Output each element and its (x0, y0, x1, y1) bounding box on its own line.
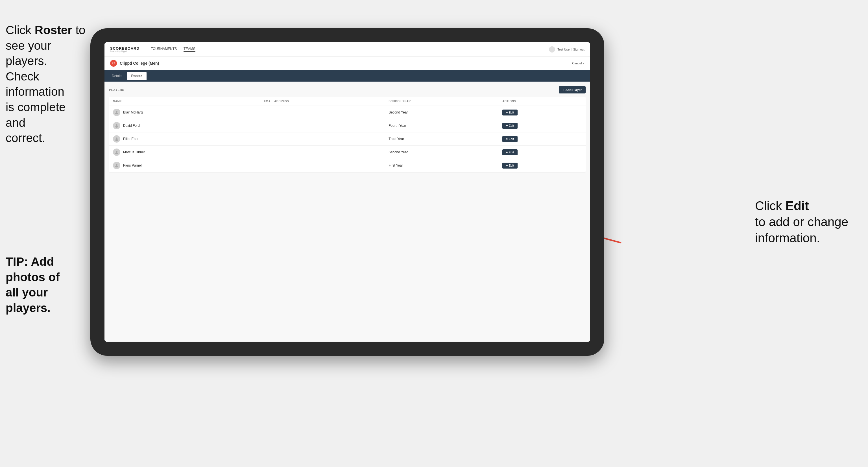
player-name: Elliot Ebert (123, 137, 140, 141)
players-label: PLAYERS (109, 88, 124, 92)
players-table: NAME EMAIL ADDRESS SCHOOL YEAR ACTIONS B… (109, 97, 586, 172)
player-avatar (113, 149, 120, 156)
player-name: Piers Parnell (123, 163, 142, 167)
svg-point-10 (116, 151, 118, 153)
player-avatar (113, 135, 120, 143)
player-school-year: Third Year (384, 132, 498, 146)
logo-sub: Powered by Clippd (110, 50, 140, 52)
player-email (260, 146, 385, 159)
edit-button[interactable]: ✏ Edit (502, 149, 518, 155)
svg-point-12 (116, 164, 118, 166)
player-actions: ✏ Edit (498, 159, 586, 172)
header-right: Test User | Sign out (549, 46, 585, 53)
content-area: PLAYERS + Add Player NAME EMAIL ADDRESS … (104, 82, 590, 342)
tablet-screen: SCOREBOARD Powered by Clippd TOURNAMENTS… (104, 42, 590, 342)
svg-point-11 (115, 153, 118, 154)
edit-button[interactable]: ✏ Edit (502, 123, 518, 129)
nav-tournaments[interactable]: TOURNAMENTS (151, 47, 177, 52)
user-text: Test User | Sign out (557, 48, 585, 51)
main-nav: TOURNAMENTS TEAMS (151, 47, 195, 52)
player-name-cell: Piers Parnell (109, 159, 260, 172)
team-logo: C (110, 60, 117, 67)
logo-area: SCOREBOARD Powered by Clippd TOURNAMENTS… (110, 46, 195, 52)
col-name: NAME (109, 97, 260, 106)
edit-button[interactable]: ✏ Edit (502, 110, 518, 116)
svg-point-6 (116, 124, 118, 126)
svg-point-4 (116, 111, 118, 113)
nav-teams[interactable]: TEAMS (184, 47, 195, 52)
logo: SCOREBOARD Powered by Clippd (110, 46, 140, 52)
edit-button[interactable]: ✏ Edit (502, 136, 518, 142)
player-name-cell: Elliot Ebert (109, 132, 260, 146)
player-name: Blair McHarg (123, 111, 143, 114)
player-avatar (113, 162, 120, 169)
player-actions: ✏ Edit (498, 119, 586, 132)
add-player-button[interactable]: + Add Player (559, 86, 586, 93)
player-school-year: Second Year (384, 106, 498, 119)
player-avatar (113, 122, 120, 129)
team-name: Clippd College (Men) (120, 61, 159, 65)
player-name-cell: David Ford (109, 119, 260, 132)
player-school-year: Fourth Year (384, 119, 498, 132)
table-row: Piers Parnell First Year ✏ Edit (109, 159, 586, 172)
edit-button[interactable]: ✏ Edit (502, 163, 518, 168)
svg-point-5 (115, 113, 118, 114)
table-row: Marcus Turner Second Year ✏ Edit (109, 146, 586, 159)
table-row: Elliot Ebert Third Year ✏ Edit (109, 132, 586, 146)
player-actions: ✏ Edit (498, 132, 586, 146)
player-actions: ✏ Edit (498, 146, 586, 159)
table-header-row: NAME EMAIL ADDRESS SCHOOL YEAR ACTIONS (109, 97, 586, 106)
svg-point-13 (115, 166, 118, 167)
table-row: Blair McHarg Second Year ✏ Edit (109, 106, 586, 119)
player-email (260, 119, 385, 132)
tab-details[interactable]: Details (107, 72, 127, 80)
player-school-year: First Year (384, 159, 498, 172)
instruction-right: Click Edit to add or change information. (755, 198, 862, 246)
svg-point-9 (115, 139, 118, 141)
tablet-frame: SCOREBOARD Powered by Clippd TOURNAMENTS… (90, 28, 604, 356)
player-email (260, 159, 385, 172)
app-header: SCOREBOARD Powered by Clippd TOURNAMENTS… (104, 42, 590, 57)
player-email (260, 106, 385, 119)
player-name-cell: Marcus Turner (109, 146, 260, 159)
player-name-cell: Blair McHarg (109, 106, 260, 119)
players-header: PLAYERS + Add Player (109, 86, 586, 93)
logo-text: SCOREBOARD (110, 46, 140, 50)
cancel-button[interactable]: Cancel × (572, 62, 585, 65)
player-name: Marcus Turner (123, 150, 145, 154)
tabs-bar: Details Roster (104, 70, 590, 82)
tip-text: TIP: Add photos ofall your players. (6, 254, 93, 316)
svg-point-7 (115, 126, 118, 128)
player-actions: ✏ Edit (498, 106, 586, 119)
player-name: David Ford (123, 124, 140, 128)
team-header: C Clippd College (Men) Cancel × (104, 57, 590, 70)
instruction-left: Click Roster to see your players. Check … (6, 23, 88, 146)
col-actions: ACTIONS (498, 97, 586, 106)
tab-roster[interactable]: Roster (127, 72, 147, 80)
player-email (260, 132, 385, 146)
team-name-area: C Clippd College (Men) (110, 60, 159, 67)
col-email: EMAIL ADDRESS (260, 97, 385, 106)
user-icon (549, 46, 555, 53)
player-school-year: Second Year (384, 146, 498, 159)
svg-point-8 (116, 137, 118, 139)
col-school-year: SCHOOL YEAR (384, 97, 498, 106)
player-avatar (113, 109, 120, 116)
table-row: David Ford Fourth Year ✏ Edit (109, 119, 586, 132)
